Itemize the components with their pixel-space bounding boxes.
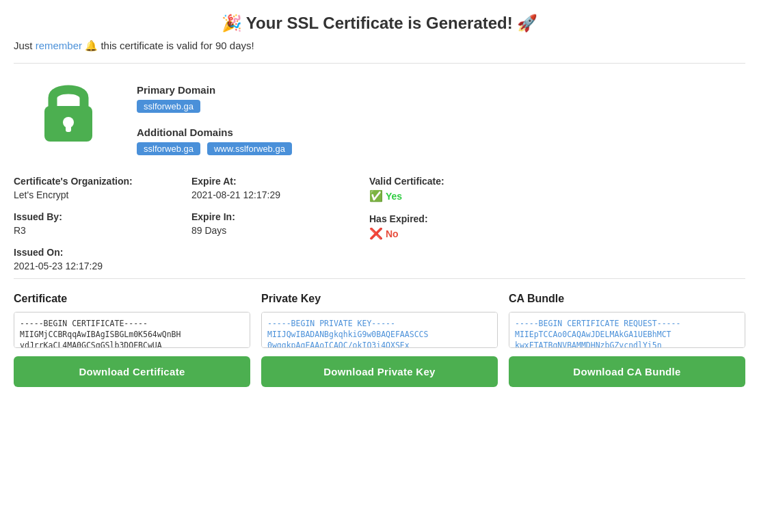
remember-link[interactable]: remember [36,40,82,51]
additional-domains-badges: sslforweb.ga www.sslforweb.ga [137,142,745,159]
expire-at-label: Expire At: [191,176,328,187]
certificate-section-label: Certificate [14,293,250,305]
domain-info: Primary Domain sslforweb.ga Additional D… [137,77,745,159]
additional-domain-badge-1: sslforweb.ga [137,142,200,155]
svg-rect-2 [66,122,71,132]
issued-by-value: R3 [14,225,150,236]
private-key-column: Private Key -----BEGIN PRIVATE KEY----- … [261,293,498,387]
certificate-column: Certificate -----BEGIN CERTIFICATE----- … [14,293,250,387]
private-key-textarea[interactable]: -----BEGIN PRIVATE KEY----- MIIJQwIBADAN… [262,312,497,347]
ca-bundle-textarea[interactable]: -----BEGIN CERTIFICATE REQUEST----- MIIE… [509,312,745,347]
has-expired-value: ❌ No [369,227,492,240]
download-section: Certificate -----BEGIN CERTIFICATE----- … [14,293,745,387]
page-title: 🎉 Your SSL Certificate is Generated! 🚀 [14,14,745,33]
download-certificate-button[interactable]: Download Certificate [14,356,250,387]
ca-bundle-column: CA Bundle -----BEGIN CERTIFICATE REQUEST… [509,293,745,387]
private-key-section-label: Private Key [261,293,498,305]
certificate-text-wrapper: -----BEGIN CERTIFICATE----- MIIGMjCCBRqq… [14,312,250,348]
additional-domains-section: Additional Domains sslforweb.ga www.sslf… [137,127,745,159]
issued-by-label: Issued By: [14,211,150,222]
expire-at-value: 2021-08-21 12:17:29 [191,189,328,200]
private-key-text-wrapper: -----BEGIN PRIVATE KEY----- MIIJQwIBADAN… [261,312,498,348]
certificate-textarea[interactable]: -----BEGIN CERTIFICATE----- MIIGMjCCBRqq… [14,312,250,347]
org-label: Certificate's Organization: [14,176,150,187]
issued-on-value: 2021-05-23 12:17:29 [14,261,150,271]
validity-prefix: Just [14,40,36,51]
download-private-key-button[interactable]: Download Private Key [261,356,498,387]
primary-domain-badge: sslforweb.ga [137,100,200,113]
expire-in-value: 89 Days [191,225,328,236]
primary-domain-label: Primary Domain [137,84,745,96]
x-circle-icon: ❌ [369,227,383,240]
lock-icon-wrap [14,77,123,146]
has-expired-label: Has Expired: [369,213,492,224]
meta-valid-group: Valid Certificate: ✅ Yes Has Expired: ❌ … [369,176,492,271]
lock-icon [38,77,99,146]
expire-in-label: Expire In: [191,211,328,222]
bottom-divider [14,278,745,279]
ca-bundle-text-wrapper: -----BEGIN CERTIFICATE REQUEST----- MIIE… [509,312,745,348]
validity-suffix: 🔔 this certificate is valid for 90 days! [82,40,254,51]
primary-domain-badge-wrap: sslforweb.ga [137,100,745,117]
cert-info-section: Primary Domain sslforweb.ga Additional D… [14,77,745,159]
valid-cert-label: Valid Certificate: [369,176,492,187]
additional-domain-badge-2: www.sslforweb.ga [207,142,292,155]
issued-on-label: Issued On: [14,247,150,258]
meta-org-group: Certificate's Organization: Let's Encryp… [14,176,150,271]
check-circle-icon: ✅ [369,189,383,202]
top-divider [14,63,745,64]
meta-info-row: Certificate's Organization: Let's Encryp… [14,176,745,271]
valid-cert-value: ✅ Yes [369,189,492,202]
download-ca-bundle-button[interactable]: Download CA Bundle [509,356,745,387]
ca-bundle-section-label: CA Bundle [509,293,745,305]
meta-expire-group: Expire At: 2021-08-21 12:17:29 Expire In… [191,176,328,271]
org-value: Let's Encrypt [14,189,150,200]
additional-domains-label: Additional Domains [137,127,745,138]
validity-note: Just remember 🔔 this certificate is vali… [14,40,745,52]
